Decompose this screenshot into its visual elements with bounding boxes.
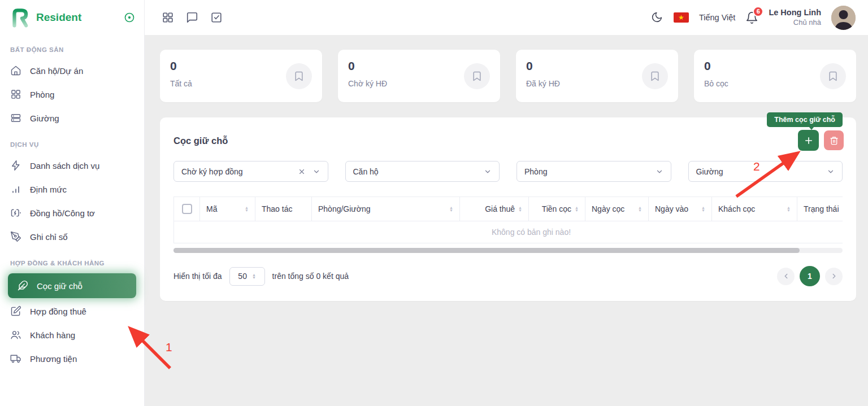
stat-card-cho-ky-hd: 0 Chờ ký HĐ	[338, 50, 500, 102]
sidebar-item-dinh-muc[interactable]: Định mức	[0, 177, 144, 201]
per-page-select[interactable]: 50 ▲▼	[229, 267, 265, 286]
sidebar-item-coc-giu-cho[interactable]: Cọc giữ chỗ	[8, 273, 136, 298]
stat-card-tat-ca: 0 Tất cả	[160, 50, 322, 102]
current-page-button[interactable]: 1	[800, 266, 820, 286]
feather-icon	[17, 280, 28, 291]
bookmark-icon[interactable]	[820, 63, 846, 89]
sidebar-collapse-icon[interactable]	[124, 12, 135, 23]
section-label-services: DỊCH VỤ	[0, 130, 144, 154]
chevron-down-icon	[827, 168, 835, 176]
sort-icon: ▲▼	[698, 206, 705, 212]
bookmark-icon[interactable]	[464, 63, 490, 89]
column-header-ngay-vao[interactable]: Ngày vào▲▼	[649, 197, 712, 221]
room-filter-select[interactable]: Phòng	[517, 161, 671, 182]
sidebar-item-label: Danh sách dịch vụ	[30, 161, 99, 171]
language-selector[interactable]: Tiếng Việt	[699, 13, 736, 22]
filters-row: Chờ ký hợp đồng Căn hộ	[173, 161, 843, 182]
section-label-real-estate: BẤT ĐỘNG SẢN	[0, 35, 144, 59]
sidebar-item-hop-dong-thue[interactable]: Hợp đồng thuê	[0, 299, 144, 323]
select-all-cell	[174, 197, 200, 221]
logo-row: Resident	[0, 0, 144, 35]
sidebar-item-label: Hợp đồng thuê	[30, 307, 86, 316]
vietnam-flag-icon[interactable]: ★	[674, 12, 689, 23]
column-header-phong-giuong[interactable]: Phòng/Giường▲▼	[312, 197, 460, 221]
user-name: Le Hong Linh	[769, 7, 821, 18]
deposits-panel: Thêm cọc giữ chỗ Cọc giữ chỗ	[160, 117, 856, 301]
sidebar-item-dong-ho-cong-to[interactable]: Đồng hồ/Công tơ	[0, 201, 144, 225]
edit-square-icon	[10, 305, 21, 317]
column-header-trang-thai[interactable]: Trạng thái	[797, 197, 843, 221]
add-deposit-button[interactable]	[798, 130, 819, 151]
column-header-thao-tac[interactable]: Thao tác	[255, 197, 312, 221]
column-header-ma[interactable]: Mã▲▼	[200, 197, 255, 221]
brand-name: Resident	[36, 11, 118, 24]
next-page-button[interactable]	[825, 268, 843, 285]
topbar-left-icons	[162, 11, 223, 24]
sidebar-item-label: Đồng hồ/Công tơ	[30, 208, 95, 218]
stat-value: 0	[526, 59, 560, 73]
panel-title: Cọc giữ chỗ	[173, 131, 843, 146]
stat-label: Bỏ cọc	[704, 79, 728, 88]
sort-icon: ▲▼	[635, 206, 642, 212]
sort-icon: ▲▼	[241, 206, 249, 212]
stat-value: 0	[170, 59, 192, 73]
table-header-row: Mã▲▼ Thao tác Phòng/Giường▲▼ Giá thuê▲▼ …	[174, 197, 843, 221]
bed-filter-select[interactable]: Giường	[688, 161, 843, 182]
panel-actions	[798, 130, 844, 151]
sidebar-item-label: Khách hàng	[30, 330, 75, 340]
column-header-ngay-coc[interactable]: Ngày cọc▲▼	[585, 197, 649, 221]
users-icon	[10, 329, 21, 340]
sidebar-item-phong[interactable]: Phòng	[0, 82, 144, 106]
per-page-prefix: Hiển thị tối đa	[173, 272, 222, 281]
filter-value: Phòng	[524, 167, 547, 176]
meter-icon	[10, 207, 21, 219]
bookmark-icon[interactable]	[286, 63, 312, 89]
sidebar-item-label: Cọc giữ chỗ	[37, 281, 83, 291]
user-menu[interactable]: Le Hong Linh Chủ nhà	[769, 7, 821, 28]
sidebar-item-label: Phòng	[30, 90, 54, 99]
total-results-text: trên tổng số 0 kết quả	[272, 272, 349, 281]
user-avatar[interactable]	[831, 6, 856, 30]
app-window: Resident BẤT ĐỘNG SẢN Căn hộ/Dự án P	[0, 0, 868, 406]
chat-icon[interactable]	[186, 11, 198, 24]
column-header-tien-coc[interactable]: Tiền cọc▲▼	[529, 197, 585, 221]
bookmark-icon[interactable]	[642, 63, 668, 89]
prev-page-button[interactable]	[777, 268, 795, 285]
column-header-gia-thue[interactable]: Giá thuê▲▼	[460, 197, 529, 221]
filter-value: Giường	[696, 167, 723, 176]
horizontal-scrollbar[interactable]	[173, 248, 843, 253]
sidebar-item-danh-sach-dich-vu[interactable]: Danh sách dịch vụ	[0, 154, 144, 177]
sidebar-item-phuong-tien[interactable]: Phương tiện	[0, 347, 144, 370]
sidebar-item-label: Giường	[30, 113, 59, 123]
clear-filter-icon[interactable]	[298, 168, 306, 176]
sidebar-item-giuong[interactable]: Giường	[0, 106, 144, 130]
apartment-filter-select[interactable]: Căn hộ	[345, 161, 500, 182]
sidebar-item-label: Căn hộ/Dự án	[30, 66, 83, 76]
sidebar-item-can-ho-du-an[interactable]: Căn hộ/Dự án	[0, 59, 144, 82]
section-label-contracts: HỢP ĐỒNG & KHÁCH HÀNG	[0, 248, 144, 272]
notifications-bell-icon[interactable]: 6	[745, 11, 758, 24]
stat-cards-row: 0 Tất cả 0 Chờ ký HĐ	[160, 50, 856, 102]
sort-icon: ▲▼	[446, 206, 453, 212]
sort-icon: ▲▼	[515, 206, 522, 212]
delete-deposit-button[interactable]	[824, 130, 844, 150]
deposits-table: Mã▲▼ Thao tác Phòng/Giường▲▼ Giá thuê▲▼ …	[173, 197, 843, 243]
rows-icon	[10, 112, 21, 124]
stat-value: 0	[704, 59, 728, 73]
stat-label: Chờ ký HĐ	[348, 79, 387, 88]
sidebar-item-ghi-chi-so[interactable]: Ghi chỉ số	[0, 225, 144, 248]
check-square-icon[interactable]	[210, 11, 223, 24]
chevron-down-icon	[656, 168, 663, 176]
apps-icon[interactable]	[162, 11, 174, 24]
sidebar: Resident BẤT ĐỘNG SẢN Căn hộ/Dự án P	[0, 0, 145, 406]
topbar-right: ★ Tiếng Việt 6 Le Hong Linh Chủ nhà	[651, 6, 856, 30]
resident-logo-icon	[9, 7, 31, 28]
scrollbar-thumb[interactable]	[173, 248, 800, 253]
column-header-khach-coc[interactable]: Khách cọc▲▼	[712, 197, 797, 221]
select-all-checkbox[interactable]	[182, 204, 192, 214]
sidebar-item-label: Ghi chỉ số	[30, 232, 68, 242]
sidebar-item-khach-hang[interactable]: Khách hàng	[0, 323, 144, 347]
dark-mode-icon[interactable]	[651, 11, 663, 24]
notification-badge: 6	[753, 6, 763, 17]
status-filter-select[interactable]: Chờ ký hợp đồng	[173, 161, 328, 182]
